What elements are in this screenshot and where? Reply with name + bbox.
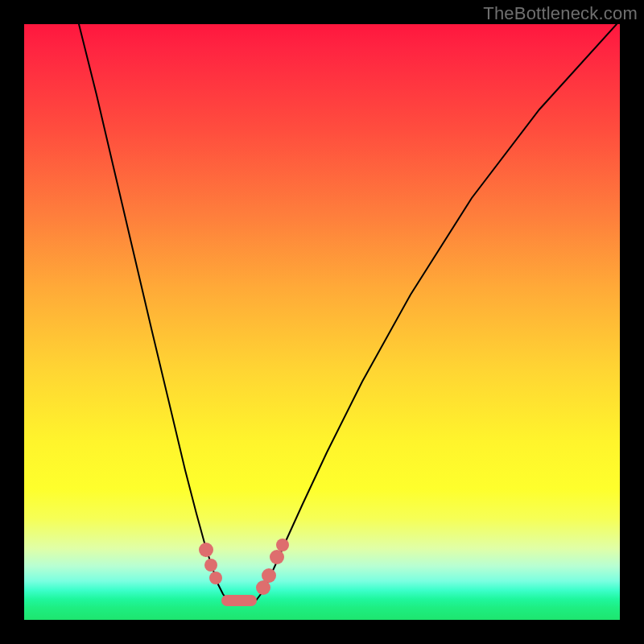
- curve-right-branch: [256, 24, 617, 601]
- plot-area: [24, 24, 620, 620]
- marker-right-4: [276, 539, 289, 551]
- curve-left-branch: [79, 24, 228, 601]
- watermark-text: TheBottleneck.com: [483, 3, 638, 24]
- marker-left-2: [204, 559, 217, 572]
- curve-overlay: [24, 24, 620, 620]
- marker-right-3: [270, 550, 284, 564]
- marker-left-1: [199, 543, 213, 557]
- marker-right-2: [262, 568, 276, 583]
- bottom-pill: [221, 595, 257, 606]
- curve-markers: [199, 539, 289, 606]
- marker-left-3: [209, 572, 222, 584]
- chart-frame: TheBottleneck.com: [0, 0, 644, 644]
